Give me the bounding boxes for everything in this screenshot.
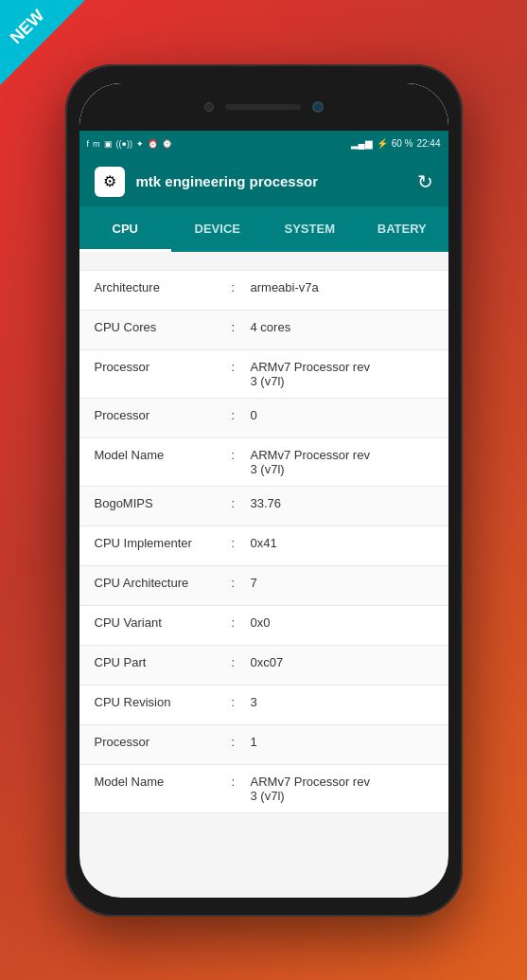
row-label: CPU Cores	[95, 320, 232, 334]
row-label: Model Name	[95, 448, 232, 462]
row-separator: :	[232, 536, 251, 550]
status-bar: f m ▣ ((●)) ✦ ⏰ ⌚ ▂▄▆ ⚡ 60 % 22:44	[79, 131, 448, 157]
battery-charging-icon: ⚡	[377, 138, 388, 149]
wifi-icon: ((●))	[116, 139, 132, 149]
table-row: CPU Variant:0x0	[79, 606, 448, 646]
tab-cpu[interactable]: CPU	[79, 206, 172, 252]
row-value: 4 cores	[251, 320, 433, 334]
row-label: Processor	[95, 408, 232, 422]
messenger-icon: m	[93, 139, 100, 149]
row-value: armeabi-v7a	[251, 280, 433, 294]
table-row: Model Name:ARMv7 Processor rev 3 (v7l)	[79, 438, 448, 487]
refresh-icon[interactable]: ↻	[417, 170, 433, 193]
tab-bar: CPU DEVICE SYSTEM BATERY	[79, 206, 448, 252]
speaker	[225, 104, 301, 110]
row-separator: :	[232, 775, 251, 789]
table-row: CPU Part:0xc07	[79, 646, 448, 686]
row-label: CPU Implementer	[95, 536, 232, 550]
phone-shell: f m ▣ ((●)) ✦ ⏰ ⌚ ▂▄▆ ⚡ 60 % 22:44 ⚙ mtk…	[65, 64, 463, 917]
table-row: CPU Implementer:0x41	[79, 526, 448, 566]
row-value: ARMv7 Processor rev 3 (v7l)	[251, 448, 433, 476]
table-row: Processor:1	[79, 725, 448, 765]
phone-top-bar	[79, 83, 448, 131]
table-row: Model Name:ARMv7 Processor rev 3 (v7l)	[79, 765, 448, 813]
row-label: Processor	[95, 360, 232, 374]
phone-screen: f m ▣ ((●)) ✦ ⏰ ⌚ ▂▄▆ ⚡ 60 % 22:44 ⚙ mtk…	[79, 83, 448, 898]
signal-bars: ▂▄▆	[351, 138, 373, 149]
alarm-icon: ⏰	[148, 139, 158, 149]
screen-content: Architecture:armeabi-v7aCPU Cores:4 core…	[79, 252, 448, 813]
clock-icon: ⌚	[162, 139, 172, 149]
row-value: 7	[251, 576, 433, 590]
row-separator: :	[232, 496, 251, 510]
screenshot-icon: ▣	[104, 139, 113, 149]
row-value: 1	[251, 735, 433, 749]
fb-icon: f	[87, 139, 90, 149]
row-label: CPU Architecture	[95, 576, 232, 590]
camera-dot-right	[312, 101, 324, 113]
row-label: CPU Variant	[95, 615, 232, 630]
row-separator: :	[232, 280, 251, 294]
row-value: 0x0	[251, 615, 433, 630]
chip-icon: ⚙	[103, 172, 116, 190]
row-label: CPU Part	[95, 655, 232, 669]
row-label: Model Name	[95, 775, 232, 789]
new-badge	[0, 0, 85, 85]
tab-system[interactable]: SYSTEM	[264, 206, 357, 252]
app-title: mtk engineering processor	[136, 173, 406, 189]
row-value: 0xc07	[251, 655, 433, 669]
tab-device[interactable]: DEVICE	[171, 206, 264, 252]
row-separator: :	[232, 655, 251, 669]
time-display: 22:44	[416, 138, 440, 149]
row-value: ARMv7 Processor rev 3 (v7l)	[251, 775, 433, 803]
table-row: CPU Revision:3	[79, 686, 448, 725]
row-separator: :	[232, 615, 251, 630]
table-row: CPU Architecture:7	[79, 566, 448, 606]
row-label: BogoMIPS	[95, 496, 232, 510]
table-row: CPU Cores:4 cores	[79, 311, 448, 350]
status-right: ▂▄▆ ⚡ 60 % 22:44	[351, 138, 441, 149]
row-label: Processor	[95, 735, 232, 749]
row-value: 0	[251, 408, 433, 422]
row-separator: :	[232, 360, 251, 374]
row-label: Architecture	[95, 280, 232, 294]
row-separator: :	[232, 448, 251, 462]
row-value: 33.76	[251, 496, 433, 510]
data-table: Architecture:armeabi-v7aCPU Cores:4 core…	[79, 271, 448, 813]
row-separator: :	[232, 695, 251, 709]
row-separator: :	[232, 576, 251, 590]
row-label: CPU Revision	[95, 695, 232, 709]
row-value: ARMv7 Processor rev 3 (v7l)	[251, 360, 433, 388]
row-value: 0x41	[251, 536, 433, 550]
table-row: Architecture:armeabi-v7a	[79, 271, 448, 311]
table-row: Processor:ARMv7 Processor rev 3 (v7l)	[79, 350, 448, 399]
row-value: 3	[251, 695, 433, 709]
table-row: Processor:0	[79, 399, 448, 438]
settings-icon: ✦	[136, 139, 144, 149]
battery-percent: 60 %	[392, 138, 413, 149]
spacer-top	[79, 252, 448, 271]
app-icon: ⚙	[95, 167, 125, 197]
tab-battery[interactable]: BATERY	[356, 206, 448, 252]
row-separator: :	[232, 320, 251, 334]
row-separator: :	[232, 735, 251, 749]
camera-dot-left	[204, 102, 214, 112]
table-row: BogoMIPS:33.76	[79, 487, 448, 526]
app-header: ⚙ mtk engineering processor ↻	[79, 157, 448, 206]
row-separator: :	[232, 408, 251, 422]
status-left: f m ▣ ((●)) ✦ ⏰ ⌚	[87, 139, 172, 149]
